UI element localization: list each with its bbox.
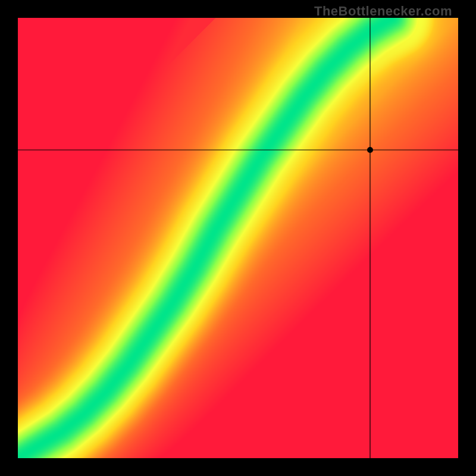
heatmap-canvas bbox=[18, 18, 458, 458]
watermark-text: TheBottlenecker.com bbox=[314, 4, 452, 19]
chart-frame: TheBottlenecker.com bbox=[0, 0, 476, 476]
heatmap-plot bbox=[18, 18, 458, 458]
